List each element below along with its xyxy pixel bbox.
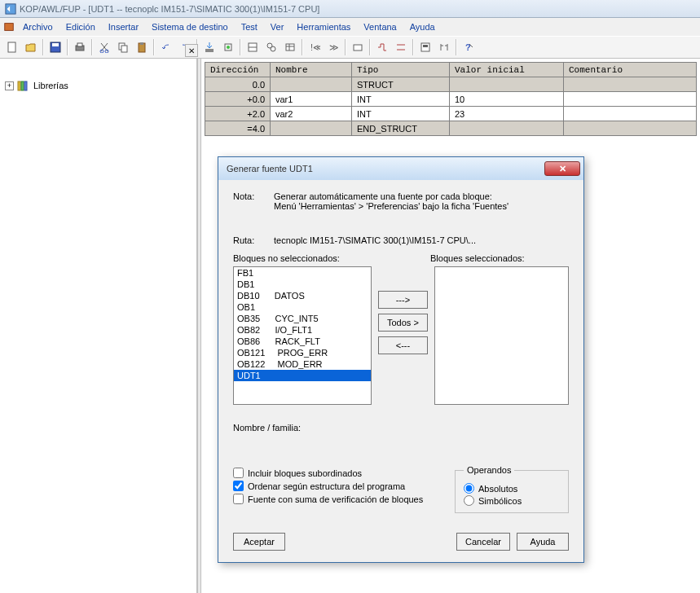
menu-insertar[interactable]: Insertar (102, 20, 145, 33)
cell-name[interactable] (271, 77, 352, 92)
cell-name[interactable] (271, 121, 352, 136)
tb-find[interactable] (349, 38, 367, 56)
cell-comment[interactable] (564, 107, 697, 121)
radio-simbolicos[interactable]: Simbólicos (464, 495, 560, 506)
list-item[interactable]: OB82 I/O_FLT1 (234, 324, 371, 336)
tb-segment1[interactable] (373, 38, 391, 56)
menu-archivo[interactable]: Archivo (16, 20, 59, 33)
move-right-button[interactable]: ---> (378, 291, 428, 309)
th-tipo[interactable]: Tipo (352, 63, 450, 77)
svg-text:!≪: !≪ (310, 42, 320, 52)
tb-paste[interactable] (133, 38, 151, 56)
move-all-button[interactable]: Todos > (378, 314, 428, 332)
tb-undo[interactable] (157, 38, 175, 56)
menu-ventana[interactable]: Ventana (357, 20, 403, 33)
cell-val[interactable] (450, 121, 564, 136)
tb-goto[interactable]: !≪ (306, 38, 324, 56)
tb-save[interactable] (46, 38, 64, 56)
cell-addr[interactable]: +0.0 (205, 92, 271, 107)
tb-network[interactable] (416, 38, 434, 56)
th-direccion[interactable]: Dirección (205, 63, 271, 77)
chk-subordinados-box[interactable] (233, 468, 244, 478)
menu-sistema[interactable]: Sistema de destino (145, 20, 235, 33)
cell-val[interactable] (450, 77, 564, 92)
list-item[interactable]: OB86 RACK_FLT (234, 336, 371, 347)
cell-tipo[interactable]: STRUCT (352, 77, 450, 92)
tb-lad[interactable] (435, 38, 453, 56)
tb-print[interactable] (71, 38, 89, 56)
menu-edicion[interactable]: Edición (59, 20, 102, 33)
menu-ver[interactable]: Ver (264, 20, 291, 33)
chk-ordenar-box[interactable] (233, 481, 244, 491)
th-valor[interactable]: Valor inicial (450, 63, 564, 77)
list-item[interactable]: DB1 (234, 279, 371, 290)
table-row[interactable]: +0.0var1INT10 (205, 92, 697, 107)
tb-segment2[interactable] (392, 38, 410, 56)
list-item[interactable]: OB121 PROG_ERR (234, 347, 371, 358)
cell-addr[interactable]: 0.0 (205, 77, 271, 92)
menu-test[interactable]: Test (235, 20, 264, 33)
cancelar-button[interactable]: Cancelar (456, 533, 510, 551)
chk-checksum[interactable]: Fuente con suma de verificación de bloqu… (233, 494, 442, 504)
cell-tipo[interactable]: INT (352, 107, 450, 121)
selected-blocks-list[interactable] (434, 266, 569, 405)
collapse-panel-button[interactable]: ✕ (185, 44, 198, 57)
cell-addr[interactable]: =4.0 (205, 121, 271, 136)
close-icon[interactable]: ✕ (544, 161, 580, 176)
list-item[interactable]: OB1 (234, 301, 371, 313)
list-item[interactable]: FB1 (234, 267, 371, 279)
tb-cut[interactable] (95, 38, 113, 56)
svg-text:?: ? (465, 42, 471, 52)
tb-open[interactable] (22, 38, 40, 56)
tb-block[interactable] (244, 38, 262, 56)
dialog-titlebar[interactable]: Generar fuente UDT1 ✕ (218, 157, 583, 180)
menu-ayuda[interactable]: Ayuda (403, 20, 442, 33)
table-row[interactable]: 0.0STRUCT (205, 77, 697, 92)
radio-absolutos-input[interactable] (464, 483, 474, 494)
tb-online[interactable] (219, 38, 237, 56)
svg-rect-29 (18, 81, 20, 90)
radio-simbolicos-input[interactable] (464, 495, 474, 506)
aceptar-button[interactable]: Aceptar (233, 533, 285, 551)
ayuda-button[interactable]: Ayuda (517, 533, 569, 551)
cell-comment[interactable] (564, 77, 697, 92)
cell-comment[interactable] (564, 121, 697, 136)
chk-subordinados[interactable]: Incluir bloques subordinados (233, 468, 442, 478)
menu-herramientas[interactable]: Herramientas (290, 20, 357, 33)
tree-label: Librerías (33, 81, 68, 90)
tb-new[interactable] (3, 38, 21, 56)
tb-sep (369, 39, 371, 55)
list-item[interactable]: OB35 CYC_INT5 (234, 313, 371, 324)
th-comentario[interactable]: Comentario (564, 63, 697, 77)
cell-tipo[interactable]: INT (352, 92, 450, 107)
splitter[interactable]: ✕ (197, 59, 201, 593)
th-nombre[interactable]: Nombre (271, 63, 352, 77)
move-left-button[interactable]: <--- (378, 336, 428, 354)
cell-tipo[interactable]: END_STRUCT (352, 121, 450, 136)
cell-addr[interactable]: +2.0 (205, 107, 271, 121)
tb-goto2[interactable]: ≫! (324, 38, 342, 56)
sidebar: + Librerías (0, 59, 197, 593)
tb-help[interactable]: ? (460, 38, 478, 56)
unselected-blocks-list[interactable]: FB1 DB1 DB10 DATOSOB1 OB35 CYC_INT5OB82 … (233, 266, 372, 405)
chk-checksum-box[interactable] (233, 494, 244, 504)
cell-val[interactable]: 23 (450, 107, 564, 121)
svg-rect-10 (121, 46, 127, 52)
chk-ordenar[interactable]: Ordenar según estructura del programa (233, 481, 442, 491)
tb-copy[interactable] (114, 38, 132, 56)
radio-absolutos[interactable]: Absolutos (464, 483, 560, 494)
table-row[interactable]: =4.0END_STRUCT (205, 121, 697, 136)
cell-name[interactable]: var1 (271, 92, 352, 107)
cell-val[interactable]: 10 (450, 92, 564, 107)
list-item[interactable]: UDT1 (234, 370, 371, 381)
tb-download[interactable] (200, 38, 218, 56)
tree-expand-icon[interactable]: + (5, 81, 14, 90)
tb-var[interactable] (281, 38, 299, 56)
cell-name[interactable]: var2 (271, 107, 352, 121)
tree-item-librerias[interactable]: + Librerías (3, 78, 193, 93)
list-item[interactable]: OB122 MOD_ERR (234, 358, 371, 370)
table-row[interactable]: +2.0var2INT23 (205, 107, 697, 121)
tb-monitor[interactable] (262, 38, 280, 56)
list-item[interactable]: DB10 DATOS (234, 290, 371, 301)
cell-comment[interactable] (564, 92, 697, 107)
